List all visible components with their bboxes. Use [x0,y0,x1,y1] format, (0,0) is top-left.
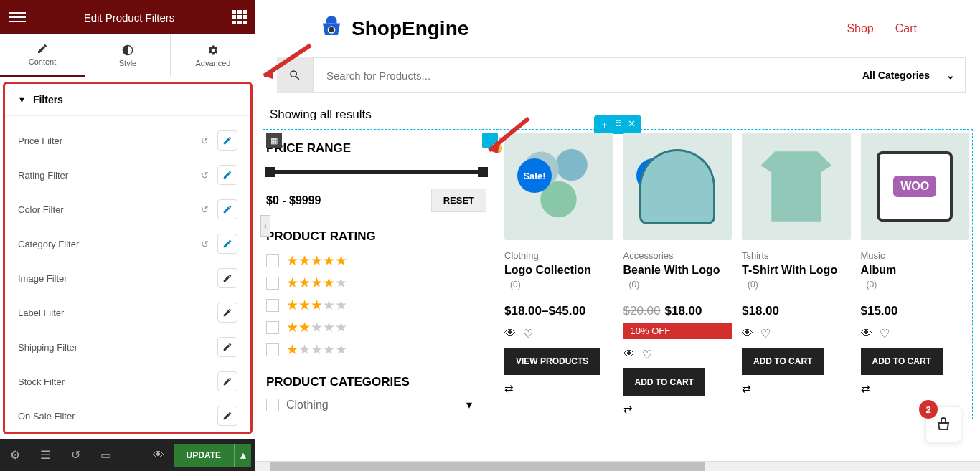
product-action-button[interactable]: ADD TO CART [742,348,824,375]
panel-body: ▼ Filters Price Filter↺Rating Filter↺Col… [3,82,253,434]
category-row[interactable]: Clothing ▾ [266,398,486,411]
product-review-count: (0) [629,280,732,290]
basket-icon [935,416,952,433]
tab-advanced[interactable]: Advanced [171,34,255,77]
nav-cart[interactable]: Cart [895,22,917,35]
product-image[interactable]: Sale! [504,133,613,240]
wishlist-icon[interactable]: ♡ [523,327,533,341]
rating-checkbox[interactable] [266,321,279,334]
section-toolbar: ＋ ⠿ ✕ [594,115,641,134]
product-action-icons: 👁♡ [623,348,732,361]
price-slider[interactable] [266,170,486,174]
floating-cart[interactable]: 2 [925,406,961,442]
undo-icon[interactable]: ↺ [196,201,213,218]
cart-count-badge: 2 [919,400,938,419]
edit-section-icon[interactable]: ⠿ [615,118,622,131]
add-section-icon[interactable]: ＋ [600,118,609,131]
rating-row[interactable]: ★★★★★ [266,341,486,358]
product-name[interactable]: T-Shirt With Logo [742,264,851,277]
column-resize-handle[interactable] [482,133,498,148]
edit-icon[interactable] [217,130,237,151]
undo-icon[interactable]: ↺ [196,235,213,252]
menu-icon[interactable] [9,9,26,26]
rating-row[interactable]: ★★★★★ [266,252,486,269]
rating-row[interactable]: ★★★★★ [266,297,486,313]
product-image[interactable] [742,133,851,240]
category-checkbox[interactable] [266,399,279,411]
product-image[interactable]: Sale! [623,133,732,240]
rating-checkbox[interactable] [266,299,279,312]
site-logo[interactable]: ShopEngine [319,16,468,42]
filter-label: Stock Filter [18,376,65,387]
quickview-icon[interactable]: 👁 [504,327,516,341]
update-dropdown[interactable]: ▴ [234,444,251,467]
quickview-icon[interactable]: 👁 [623,348,635,361]
filter-label: Image Filter [18,273,67,284]
edit-icon[interactable] [217,199,237,219]
nav-shop[interactable]: Shop [847,22,873,35]
category-select[interactable]: All Categories ⌄ [852,57,966,93]
edit-icon[interactable] [217,165,237,185]
product-action-button[interactable]: ADD TO CART [623,368,705,396]
compare-icon[interactable]: ⇄ [504,382,613,395]
tab-style[interactable]: Style [85,34,171,77]
quickview-icon[interactable]: 👁 [861,327,872,341]
undo-icon[interactable]: ↺ [196,132,213,149]
wishlist-icon[interactable]: ♡ [760,327,771,341]
product-action-button[interactable]: VIEW PRODUCTS [504,348,600,375]
responsive-icon[interactable]: ▭ [90,439,121,471]
rating-checkbox[interactable] [266,343,279,356]
search-icon[interactable] [277,57,313,93]
delete-section-icon[interactable]: ✕ [628,118,636,131]
product-name[interactable]: Logo Collection [504,264,613,277]
product-action-icons: 👁♡ [742,327,851,341]
compare-icon[interactable]: ⇄ [742,382,851,395]
undo-icon[interactable]: ↺ [196,166,213,184]
product-image[interactable]: WOO [861,133,970,240]
product-category: Clothing [504,250,613,261]
product-name[interactable]: Beanie With Logo [623,264,732,277]
edit-icon[interactable] [217,303,237,323]
tab-content[interactable]: Content [0,34,85,77]
product-action-button[interactable]: ADD TO CART [861,348,943,375]
settings-icon[interactable]: ⚙ [0,439,30,471]
edit-icon[interactable] [217,234,237,254]
product-name[interactable]: Album [861,264,970,277]
edit-icon[interactable] [217,406,237,426]
column-handle-icon[interactable]: ▦ [266,133,282,148]
horizontal-scrollbar[interactable] [255,461,980,471]
reset-button[interactable]: RESET [431,189,486,212]
filter-label: Color Filter [18,204,64,215]
edit-icon[interactable] [217,371,237,391]
navigator-icon[interactable]: ☰ [30,439,60,471]
filter-column[interactable]: ▦ ☝ ‹ PRICE RANGE $0 - $9999 RESET PRODU… [266,133,494,416]
section-filters[interactable]: ▼ Filters [5,84,250,116]
quickview-icon[interactable]: 👁 [742,327,753,341]
rating-checkbox[interactable] [266,277,279,290]
chevron-down-icon[interactable]: ▾ [466,398,472,411]
filter-label: Rating Filter [18,170,68,181]
update-button[interactable]: UPDATE [174,444,234,467]
edit-icon[interactable] [217,268,237,288]
edit-icon[interactable] [217,337,237,357]
wishlist-icon[interactable]: ♡ [880,327,890,341]
section-container[interactable]: ＋ ⠿ ✕ ▦ ☝ ‹ PRICE RANGE $0 - $9999 RESET… [263,129,973,419]
rating-row[interactable]: ★★★★★ [266,319,486,336]
wishlist-icon[interactable]: ♡ [642,348,652,361]
filter-row: Price Filter↺ [5,123,250,158]
history-icon[interactable]: ↺ [60,439,90,471]
compare-icon[interactable]: ⇄ [861,382,970,395]
collapse-column-icon[interactable]: ‹ [260,215,270,237]
rating-row[interactable]: ★★★★★ [266,275,486,291]
preview-icon[interactable]: 👁 [143,439,174,471]
grid-icon[interactable] [232,10,247,24]
sale-badge: Sale! [517,158,552,193]
filter-label: Category Filter [18,239,79,249]
price-range-title: PRICE RANGE [266,141,486,156]
filter-row: Image Filter [5,261,250,295]
product-price: $20.00$18.00 [623,304,732,318]
rating-checkbox[interactable] [266,254,279,267]
search-input[interactable] [313,57,852,93]
compare-icon[interactable]: ⇄ [623,403,732,416]
filter-row: Category Filter↺ [5,227,250,261]
